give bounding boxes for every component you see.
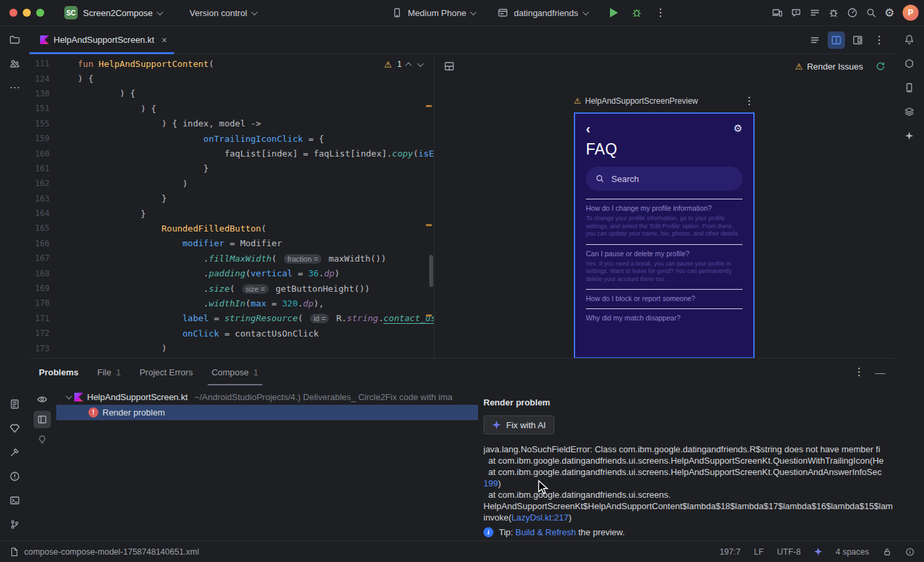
quick-fix-bulb-icon[interactable] [33,431,51,448]
close-tab-icon[interactable]: × [161,35,167,45]
titlebar: SC Screen2Compose Version control Medium… [0,0,924,26]
line-number[interactable]: 159 [29,134,50,143]
gradle-tool-button[interactable] [899,53,920,74]
code-line: 165 RoundedFilledButton( [29,221,434,236]
show-details-view-icon[interactable] [33,411,51,428]
preview-phone-frame[interactable]: ‹ ⚙ FAQ Search How do I change my profil… [574,112,755,358]
tab-compose[interactable]: Compose 1 [212,359,258,385]
line-number[interactable]: 111 [29,59,50,68]
tool-window-options-kebab-icon[interactable]: ⋮ [854,367,864,377]
line-number[interactable]: 155 [29,119,50,128]
running-devices-tool-button[interactable] [899,77,920,98]
refresh-preview-icon[interactable] [875,61,886,72]
file-encoding[interactable]: UTF-8 [777,547,801,557]
user-avatar[interactable]: P [903,5,919,21]
error-stripe-mark[interactable] [426,314,432,316]
next-problem-icon[interactable] [417,60,424,67]
previous-problem-icon[interactable] [405,62,412,68]
error-stripe-mark[interactable] [426,105,432,107]
line-number[interactable]: 165 [29,223,50,233]
line-separator[interactable]: LF [754,547,764,557]
line-number[interactable]: 168 [29,269,50,278]
code-line: 168 .padding(vertical = 36.dp) [29,266,434,280]
structure-tool-button[interactable] [4,53,25,74]
window-minimize-button[interactable] [23,9,31,17]
stack-trace-link[interactable]: LazyDsl.kt:217 [512,512,568,523]
more-run-options-icon[interactable]: ⋮ [656,7,666,18]
render-issues-button[interactable]: ⚠ Render Issues [795,62,863,72]
run-configuration-icon [497,7,508,18]
build-tool-button[interactable] [4,442,25,463]
tree-row-file[interactable]: HelpAndSupportScreen.kt ~/AndroidStudioP… [56,389,478,405]
chevron-down-icon[interactable] [66,393,72,399]
settings-gear-icon[interactable]: ⚙ [884,7,895,19]
more-tool-windows-button[interactable]: ⋯ [4,77,25,98]
resource-manager-tool-button[interactable] [899,101,920,122]
problems-tool-button[interactable] [4,466,25,487]
ai-assistant-status-icon[interactable] [814,548,822,556]
tab-file[interactable]: File 1 [97,359,121,385]
project-selector[interactable]: Screen2Compose [83,8,161,18]
view-mode-split-icon[interactable] [828,31,845,49]
preview-options-kebab-icon[interactable]: ⋮ [744,96,755,106]
app-inspection-icon[interactable] [828,7,839,18]
code-editor[interactable]: 111fun HelpAndSupportContent(124) {130 )… [29,54,434,358]
view-mode-design-icon[interactable] [849,31,866,49]
ai-assistant-icon[interactable] [791,7,801,18]
editor-options-kebab-icon[interactable]: ⋮ [870,31,888,49]
line-number[interactable]: 160 [29,149,50,159]
line-number[interactable]: 124 [29,74,50,84]
logcat-tool-button[interactable] [4,393,25,415]
project-tool-button[interactable] [4,29,25,50]
line-number[interactable]: 172 [29,329,50,338]
preview-layout-icon[interactable] [444,61,455,72]
hide-tool-window-icon[interactable]: — [875,367,885,378]
terminal-tool-button[interactable] [4,490,25,511]
preview-problem-eye-icon[interactable] [33,391,51,408]
line-number[interactable]: 164 [29,209,50,218]
inspection-widget[interactable]: ⚠ 1 [379,58,427,71]
gemini-tool-button[interactable] [899,125,920,147]
profiler-icon[interactable] [847,7,858,18]
debug-button[interactable] [631,7,642,18]
indent-style[interactable]: 4 spaces [836,547,869,557]
editor-tab-helpandsupportscreen[interactable]: HelpAndSupportScreen.kt × [29,26,174,54]
logcat-icon[interactable] [810,7,820,18]
error-stripe-mark[interactable] [426,224,432,226]
app-quality-insights-tool-button[interactable] [4,417,25,439]
line-number[interactable]: 173 [29,344,50,353]
view-mode-code-icon[interactable] [806,31,824,49]
line-number[interactable]: 130 [29,89,50,98]
editor-scrollbar[interactable] [429,255,433,287]
line-number[interactable]: 151 [29,104,50,113]
line-number[interactable]: 169 [29,284,50,293]
stack-trace-link[interactable]: 199 [483,478,498,488]
window-close-button[interactable] [9,9,17,17]
code-line: 166 modifier = Modifier [29,236,434,251]
line-number[interactable]: 162 [29,179,50,188]
line-number[interactable]: 171 [29,314,50,323]
tab-project-errors[interactable]: Project Errors [139,359,192,385]
readonly-lock-icon[interactable] [882,547,892,557]
build-refresh-link[interactable]: Build & Refresh [516,527,576,537]
line-number[interactable]: 161 [29,164,50,173]
window-zoom-button[interactable] [36,9,44,17]
device-manager-icon[interactable] [772,7,783,18]
status-file-name[interactable]: compose-compose-model-1758748140651.xml [24,547,199,557]
device-selector[interactable]: Medium Phone [408,8,475,18]
line-number[interactable]: 166 [29,239,50,248]
notifications-bell-icon[interactable] [899,29,920,50]
caret-position[interactable]: 197:7 [720,547,741,557]
line-number[interactable]: 163 [29,194,50,203]
notifications-status-icon[interactable] [905,547,915,557]
line-number[interactable]: 167 [29,254,50,263]
fix-with-ai-button[interactable]: Fix with AI [483,415,554,434]
vcs-widget[interactable]: Version control [189,8,256,18]
search-everywhere-icon[interactable] [866,7,876,18]
stack-trace-line: at com.ibm.google.datingandfriends.ui.sc… [483,455,895,466]
run-button[interactable] [610,8,618,17]
run-configuration-selector[interactable]: datingandfriends [514,8,587,18]
version-control-tool-button[interactable] [4,514,25,535]
line-number[interactable]: 170 [29,298,50,308]
tree-row-render-problem[interactable]: ! Render problem [56,405,478,420]
